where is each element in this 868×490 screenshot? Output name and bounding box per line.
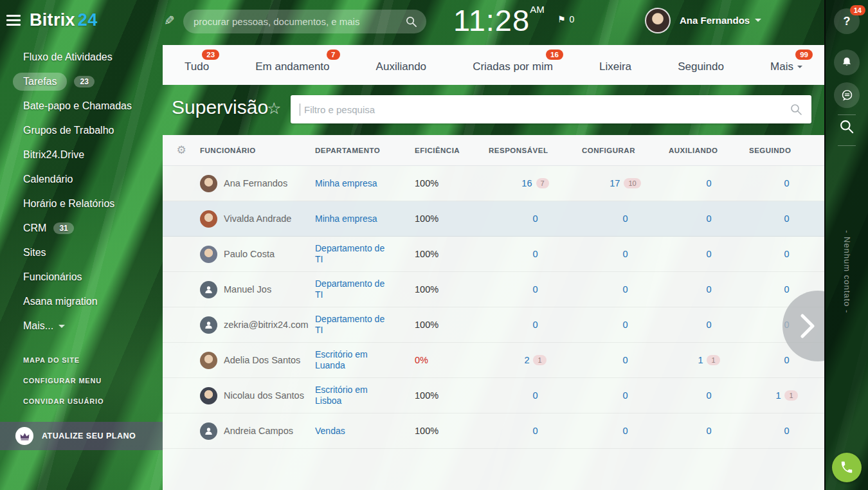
flag-counter[interactable]: ⚑ 0 [557,14,574,24]
tab[interactable]: 99 Mais [770,60,802,73]
hamburger-menu-icon[interactable] [6,15,21,26]
auxiliando-count[interactable]: 0 [706,178,711,188]
sidebar-item[interactable]: Tarefas 23 [0,69,163,94]
configurar-count[interactable]: 0 [622,213,628,224]
upgrade-plan-button[interactable]: ATUALIZE SEU PLANO [0,422,163,450]
sidebar-footer-link[interactable]: CONVIDAR USUÁRIO [23,391,104,412]
sidebar-item[interactable]: Sites [0,240,163,265]
auxiliando-count[interactable]: 0 [706,320,711,330]
employee-name[interactable]: Nicolau dos Santos [224,390,304,401]
column-header[interactable]: SEGUINDO [749,147,824,154]
department-link[interactable]: Departamento de TI [315,278,393,300]
favorite-star-icon[interactable]: ☆ [267,99,281,118]
configurar-count[interactable]: 0 [622,320,628,330]
clock[interactable]: 11:28AM [453,3,545,38]
edit-pencil-icon[interactable]: ✎ [164,13,175,28]
department-link[interactable]: Escritório em Lisboa [315,385,393,406]
seguindo-count[interactable]: 0 [784,213,789,224]
table-row[interactable]: Vivalda Andrade Minha empresa 100% 0 0 0 [163,201,824,237]
sidebar-item[interactable]: Calendário [0,167,163,192]
help-button[interactable]: ? 14 [834,8,860,34]
column-header[interactable]: FUNCIONÁRIO [200,147,315,154]
employee-name[interactable]: Ana Fernandos [224,178,287,188]
global-search-input[interactable] [192,15,405,28]
tab[interactable]: 23 Tudo [185,60,209,73]
configurar-count[interactable]: 0 [622,426,628,436]
seguindo-count[interactable]: 0 [784,249,789,259]
sidebar-item[interactable]: Mais... [0,314,163,338]
auxiliando-count[interactable]: 0 [706,213,711,224]
sidebar-item[interactable]: Grupos de Trabalho [0,118,163,143]
table-row[interactable]: zekria@bitrix24.com Departamento de TI 1… [163,307,824,343]
column-header[interactable]: RESPONSÁVEL [489,147,582,154]
department-link[interactable]: Departamento de TI [315,243,393,265]
responsavel-count[interactable]: 0 [532,249,538,259]
configurar-count[interactable]: 0 [622,284,628,295]
sidebar-item[interactable]: Fluxo de Atividades [0,45,163,69]
tab[interactable]: 16 Criadas por mim [473,60,553,73]
chat-button[interactable] [834,82,860,108]
configurar-count[interactable]: 0 [622,355,628,365]
employee-name[interactable]: Adelia Dos Santos [224,355,300,365]
search-icon[interactable] [405,15,417,28]
auxiliando-count[interactable]: 0 [706,390,711,401]
settings-gear-icon[interactable]: ⚙ [163,143,200,157]
sidebar-item[interactable]: Bate-papo e Chamadas [0,94,163,118]
configurar-count[interactable]: 0 [622,249,628,259]
phone-call-button[interactable] [832,453,862,482]
sidebar-footer-link[interactable]: MAPA DO SITE [23,350,104,370]
department-link[interactable]: Departamento de TI [315,314,393,336]
table-row[interactable]: Nicolau dos Santos Escritório em Lisboa … [163,378,824,413]
column-header[interactable]: CONFIGURAR [582,147,669,154]
table-row[interactable]: Manuel Jos Departamento de TI 100% 0 0 0 [163,272,824,307]
table-row[interactable]: Ana Fernandos Minha empresa 100% 16 7 17… [163,166,824,201]
auxiliando-count[interactable]: 1 [698,355,703,365]
seguindo-count[interactable]: 0 [784,355,789,365]
configurar-count[interactable]: 17 [610,178,620,188]
app-logo[interactable]: Bitrix24 [30,10,97,30]
column-header[interactable]: DEPARTAMENTO [315,147,415,154]
sidebar-footer-link[interactable]: CONFIGURAR MENU [23,370,104,391]
seguindo-count[interactable]: 1 [775,390,781,401]
tab[interactable]: Seguindo [678,60,724,73]
sidebar-item[interactable]: Funcionários [0,265,163,289]
department-link[interactable]: Escritório em Luanda [315,349,393,371]
employee-name[interactable]: Paulo Costa [224,249,275,259]
search-icon[interactable] [790,103,802,116]
tab[interactable]: Auxiliando [376,60,426,73]
tab[interactable]: Lixeira [599,60,631,73]
department-link[interactable]: Minha empresa [315,213,393,224]
responsavel-count[interactable]: 0 [532,213,538,224]
sidebar-item[interactable]: CRM 31 [0,216,163,240]
rail-search-button[interactable] [838,118,855,138]
responsavel-count[interactable]: 0 [532,320,538,330]
responsavel-count[interactable]: 2 [524,355,529,365]
filter-search-input[interactable] [300,104,790,116]
user-menu[interactable]: Ana Fernandos [680,15,761,26]
table-row[interactable]: Paulo Costa Departamento de TI 100% 0 0 … [163,237,824,272]
responsavel-count[interactable]: 0 [532,284,538,295]
responsavel-count[interactable]: 0 [532,390,538,401]
seguindo-count[interactable]: 0 [784,426,789,436]
department-link[interactable]: Vendas [315,426,393,437]
sidebar-item[interactable]: Asana migration [0,289,163,314]
user-avatar[interactable] [645,8,671,33]
auxiliando-count[interactable]: 0 [706,284,711,295]
employee-name[interactable]: zekria@bitrix24.com [224,320,309,330]
auxiliando-count[interactable]: 0 [706,426,711,436]
configurar-count[interactable]: 0 [622,390,628,401]
sidebar-item[interactable]: Bitrix24.Drive [0,143,163,167]
table-row[interactable]: Andreia Campos Vendas 100% 0 0 0 [163,413,824,449]
column-header[interactable]: AUXILIANDO [669,147,749,154]
notifications-button[interactable] [834,50,860,75]
employee-name[interactable]: Vivalda Andrade [224,213,291,224]
auxiliando-count[interactable]: 0 [706,249,711,259]
seguindo-count[interactable]: 0 [784,178,789,188]
responsavel-count[interactable]: 16 [521,178,532,188]
responsavel-count[interactable]: 0 [532,426,538,436]
employee-name[interactable]: Andreia Campos [224,426,293,436]
table-row[interactable]: Adelia Dos Santos Escritório em Luanda 0… [163,343,824,378]
department-link[interactable]: Minha empresa [315,178,393,189]
sidebar-item[interactable]: Horário e Relatórios [0,192,163,216]
column-header[interactable]: EFICIÊNCIA [415,147,489,154]
